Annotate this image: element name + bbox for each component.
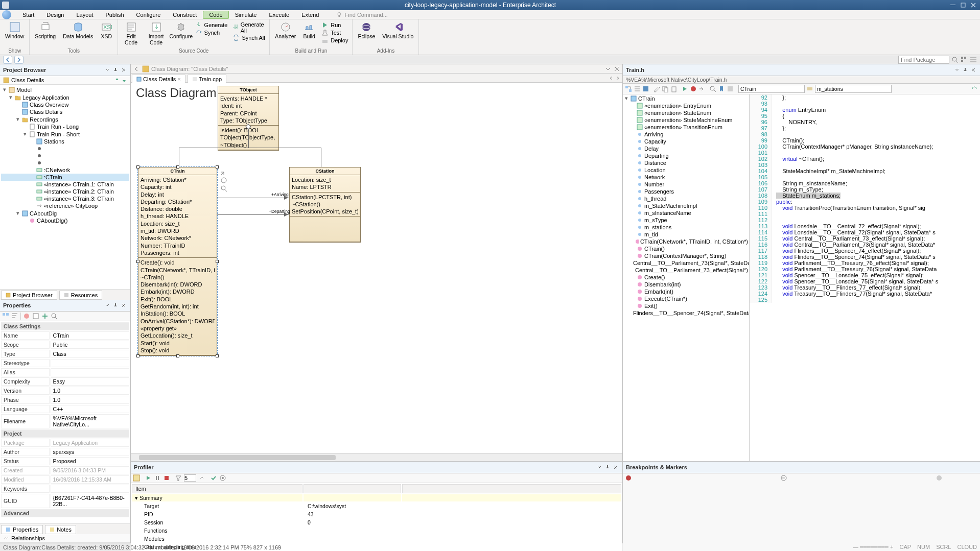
code-line[interactable] [772, 211, 776, 217]
code-line[interactable]: void Flinders__TO__Spencer_74_effect(Sig… [772, 248, 921, 254]
dropdown-icon[interactable] [806, 85, 813, 92]
new-bp-icon[interactable] [625, 474, 778, 551]
close-panel-button[interactable] [120, 302, 127, 309]
copy-icon[interactable] [662, 85, 669, 92]
code-line[interactable]: NOENTRY, [772, 119, 817, 125]
generate-all-button[interactable]: Generate All [230, 21, 267, 34]
quick-arrow-icon[interactable] [220, 169, 227, 176]
prop-value[interactable]: Public [51, 341, 129, 349]
options-icon[interactable] [727, 85, 734, 92]
outline-item[interactable]: «enumeration» StateEnum [623, 109, 749, 116]
arrow-left-icon[interactable] [133, 65, 140, 73]
project-tree-item[interactable]: CAboutDlg() [1, 217, 129, 224]
new-icon[interactable] [133, 474, 140, 482]
xsd-button[interactable]: XSDXSD [97, 20, 115, 41]
prop-value[interactable]: Easy [51, 377, 129, 386]
code-line[interactable] [772, 174, 776, 180]
project-browser-tree[interactable]: ▾Model▾Legacy ApplicationClass OverviewC… [0, 85, 130, 289]
target-icon[interactable] [219, 474, 226, 482]
start-orb-icon[interactable] [2, 10, 11, 19]
code-line[interactable]: void Parliament__TO__Treasury_76_effect(… [772, 260, 929, 266]
find-package-input[interactable] [898, 56, 949, 64]
locate-icon[interactable] [51, 313, 58, 320]
prop-value[interactable]: CTrain [51, 331, 129, 340]
project-tree-item[interactable] [1, 145, 129, 152]
code-line[interactable]: void Treasury__TO__Flinders_77_effect(Si… [772, 284, 922, 291]
outline-item[interactable]: m_sInstanceName [623, 209, 749, 217]
window-button[interactable]: Window [2, 20, 27, 41]
code-line[interactable]: CTrain(); [772, 137, 804, 143]
code-line[interactable]: virtual ~CTrain(); [772, 156, 824, 162]
prop-value[interactable]: sparxsys [51, 448, 129, 456]
code-outline[interactable]: ▾CTrain«enumeration» EntryEnum«enumerati… [623, 94, 750, 461]
pin-button[interactable] [112, 66, 119, 74]
code-line[interactable] [772, 131, 776, 137]
code-line[interactable]: void Treasury__TO__Flinders_77(Signal* s… [772, 291, 934, 297]
import-code-button[interactable]: Import Code [143, 20, 169, 46]
menu-icon[interactable] [970, 56, 977, 63]
prop-value[interactable] [51, 359, 129, 367]
dropdown-button[interactable] [104, 66, 111, 74]
code-line[interactable]: void Central__TO__Parliament_73_effect(S… [772, 235, 925, 242]
categorize-icon[interactable] [2, 313, 9, 320]
outline-item[interactable]: «enumeration» EntryEnum [623, 102, 749, 109]
code-editor[interactable]: 92 };9394 enum EntryEnum95 {96 NOENTRY,9… [750, 94, 980, 461]
project-tree-item[interactable]: «reference» CityLoop [1, 202, 129, 209]
outline-item[interactable]: CTrain(CNetwork*, TTrainID, int, CStatio… [623, 238, 749, 245]
bookmark-icon[interactable] [718, 85, 725, 92]
outline-item[interactable]: Create() [623, 274, 749, 281]
outline-item[interactable]: m_sType [623, 217, 749, 224]
project-tree-item[interactable]: «instance» CTrain.1: CTrain [1, 181, 129, 188]
menu-publish[interactable]: Publish [100, 11, 130, 19]
type-icon[interactable] [23, 313, 30, 320]
outline-item[interactable]: Central__TO__Parliament_73(Signal*, Stat… [623, 259, 749, 267]
quick-zoom-icon[interactable] [220, 185, 227, 192]
project-tree-item[interactable]: Stations [1, 138, 129, 145]
code-line[interactable]: void Central__TO__Parliament_73(Signal* … [772, 242, 935, 248]
sort-icon[interactable] [11, 313, 18, 320]
horizontal-scrollbar[interactable] [131, 453, 622, 461]
project-tree-item[interactable]: Class Overview [1, 101, 129, 108]
project-tree-item[interactable]: ▾Train Run - Short [1, 130, 129, 138]
close-tab-icon[interactable]: × [177, 76, 180, 82]
new-icon[interactable] [32, 313, 39, 320]
nav-forward-button[interactable] [14, 56, 24, 64]
code-line[interactable]: void Spencer__TO__Lonsdale_75_effect(Sig… [772, 272, 924, 278]
code-line[interactable] [772, 162, 776, 168]
code-line[interactable]: void Flinders__TO__Spencer_74(Signal* si… [772, 254, 936, 260]
outline-item[interactable]: Embark(int) [623, 288, 749, 295]
code-line[interactable]: void TransitionProc(TransitionEnum trans… [772, 205, 925, 211]
menu-extend[interactable]: Extend [295, 11, 325, 19]
prop-value[interactable]: Class [51, 350, 129, 358]
class-selector[interactable] [738, 85, 805, 93]
prop-value[interactable]: 1.0 [51, 396, 129, 404]
prop-value[interactable]: 9/05/2016 3:04:33 PM [51, 466, 129, 474]
outline-item[interactable]: m_StateMachineImpl [623, 202, 749, 209]
profiler-table[interactable]: Item ▾ SummaryTargetC:\windows\systPID43… [131, 483, 622, 551]
edit-code-button[interactable]: Edit Code [120, 20, 142, 46]
save-icon[interactable] [642, 85, 649, 92]
train-cpp-tab[interactable]: Train.cpp [188, 75, 226, 83]
play-icon[interactable] [145, 474, 152, 482]
dropdown-button[interactable] [604, 65, 612, 73]
menu-execute[interactable]: Execute [263, 11, 295, 19]
analyzer-button[interactable]: Analyzer [272, 20, 299, 41]
menu-simulate[interactable]: Simulate [229, 11, 263, 19]
menu-start[interactable]: Start [16, 11, 40, 19]
outline-item[interactable]: Exit() [623, 302, 749, 309]
up-arrow-icon[interactable] [114, 77, 120, 83]
pause-icon[interactable] [154, 474, 161, 482]
prop-value[interactable]: Legacy Application [51, 439, 129, 447]
outline-item[interactable]: Arriving [623, 131, 749, 138]
project-tree-item[interactable]: «instance» CTrain.2: CTrain [1, 188, 129, 195]
code-line[interactable] [772, 101, 776, 107]
code-line[interactable]: { [772, 113, 784, 119]
step-icon[interactable] [698, 85, 706, 92]
tree-icon[interactable] [625, 85, 632, 92]
deploy-button[interactable]: Deploy [319, 37, 350, 44]
notes-tab[interactable]: Notes [45, 525, 76, 534]
outline-item[interactable]: Central__TO__Parliament_73_effect(Signal… [623, 267, 749, 274]
stop-icon[interactable] [163, 474, 170, 482]
code-line[interactable]: String m_sInstanceName; [772, 180, 847, 186]
close-panel-button[interactable] [612, 464, 619, 471]
